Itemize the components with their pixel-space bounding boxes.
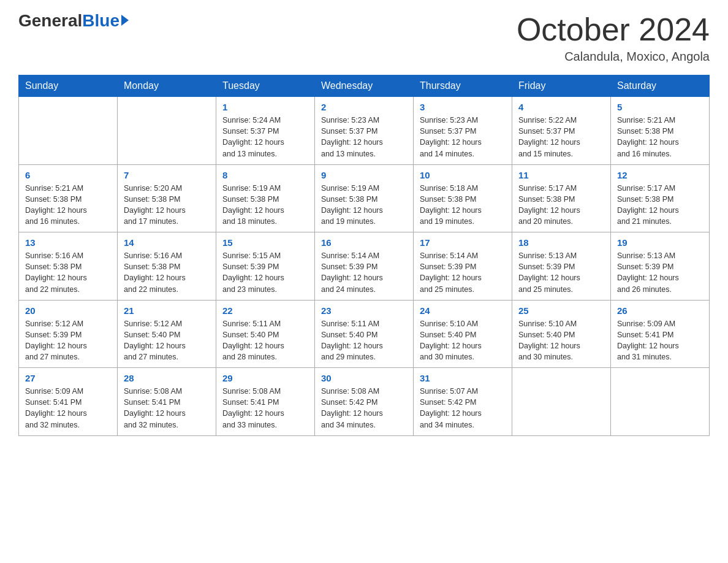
day-number: 7 bbox=[124, 170, 210, 180]
day-info: Sunrise: 5:20 AMSunset: 5:38 PMDaylight:… bbox=[124, 183, 210, 228]
day-info: Sunrise: 5:23 AMSunset: 5:37 PMDaylight:… bbox=[321, 115, 407, 159]
day-info: Sunrise: 5:23 AMSunset: 5:37 PMDaylight:… bbox=[420, 115, 506, 159]
calendar-cell: 8Sunrise: 5:19 AMSunset: 5:38 PMDaylight… bbox=[216, 164, 315, 232]
calendar-week-5: 27Sunrise: 5:09 AMSunset: 5:41 PMDayligh… bbox=[19, 368, 710, 436]
calendar-table: SundayMondayTuesdayWednesdayThursdayFrid… bbox=[18, 75, 710, 436]
day-number: 15 bbox=[222, 237, 308, 248]
day-number: 31 bbox=[420, 373, 506, 383]
header-row: SundayMondayTuesdayWednesdayThursdayFrid… bbox=[19, 75, 710, 97]
day-number: 14 bbox=[124, 237, 210, 248]
day-number: 3 bbox=[420, 102, 506, 112]
day-number: 30 bbox=[321, 373, 407, 383]
calendar-cell bbox=[611, 368, 710, 436]
day-info: Sunrise: 5:16 AMSunset: 5:38 PMDaylight:… bbox=[124, 250, 210, 295]
day-info: Sunrise: 5:12 AMSunset: 5:40 PMDaylight:… bbox=[124, 318, 210, 363]
day-info: Sunrise: 5:17 AMSunset: 5:38 PMDaylight:… bbox=[617, 183, 703, 228]
calendar-cell: 11Sunrise: 5:17 AMSunset: 5:38 PMDayligh… bbox=[512, 164, 611, 232]
calendar-cell: 6Sunrise: 5:21 AMSunset: 5:38 PMDaylight… bbox=[19, 164, 118, 232]
day-info: Sunrise: 5:13 AMSunset: 5:39 PMDaylight:… bbox=[617, 250, 703, 295]
calendar-cell: 30Sunrise: 5:08 AMSunset: 5:42 PMDayligh… bbox=[315, 368, 414, 436]
logo-blue-text: Blue bbox=[82, 12, 119, 29]
header-cell-friday: Friday bbox=[512, 75, 611, 97]
calendar-cell: 20Sunrise: 5:12 AMSunset: 5:39 PMDayligh… bbox=[19, 300, 118, 368]
day-number: 13 bbox=[25, 237, 111, 248]
title-area: October 2024 Calandula, Moxico, Angola bbox=[517, 12, 710, 64]
day-number: 1 bbox=[222, 102, 308, 112]
day-number: 2 bbox=[321, 102, 407, 112]
header-cell-wednesday: Wednesday bbox=[315, 75, 414, 97]
calendar-week-4: 20Sunrise: 5:12 AMSunset: 5:39 PMDayligh… bbox=[19, 300, 710, 368]
logo-blue-container: Blue bbox=[82, 12, 129, 29]
day-number: 4 bbox=[518, 102, 604, 112]
day-info: Sunrise: 5:13 AMSunset: 5:39 PMDaylight:… bbox=[518, 250, 604, 295]
calendar-cell: 22Sunrise: 5:11 AMSunset: 5:40 PMDayligh… bbox=[216, 300, 315, 368]
calendar-cell: 9Sunrise: 5:19 AMSunset: 5:38 PMDaylight… bbox=[315, 164, 414, 232]
calendar-header: SundayMondayTuesdayWednesdayThursdayFrid… bbox=[19, 75, 710, 97]
day-number: 21 bbox=[124, 305, 210, 316]
day-info: Sunrise: 5:12 AMSunset: 5:39 PMDaylight:… bbox=[25, 318, 111, 363]
calendar-cell: 14Sunrise: 5:16 AMSunset: 5:38 PMDayligh… bbox=[118, 232, 216, 301]
day-info: Sunrise: 5:14 AMSunset: 5:39 PMDaylight:… bbox=[420, 250, 506, 295]
calendar-cell: 4Sunrise: 5:22 AMSunset: 5:37 PMDaylight… bbox=[512, 97, 611, 165]
day-number: 10 bbox=[420, 170, 506, 180]
day-number: 17 bbox=[420, 237, 506, 248]
calendar-cell: 19Sunrise: 5:13 AMSunset: 5:39 PMDayligh… bbox=[611, 232, 710, 301]
calendar-cell: 31Sunrise: 5:07 AMSunset: 5:42 PMDayligh… bbox=[414, 368, 512, 436]
day-info: Sunrise: 5:22 AMSunset: 5:37 PMDaylight:… bbox=[518, 115, 604, 159]
calendar-cell bbox=[512, 368, 611, 436]
calendar-week-3: 13Sunrise: 5:16 AMSunset: 5:38 PMDayligh… bbox=[19, 232, 710, 301]
calendar-cell: 24Sunrise: 5:10 AMSunset: 5:40 PMDayligh… bbox=[414, 300, 512, 368]
day-info: Sunrise: 5:10 AMSunset: 5:40 PMDaylight:… bbox=[420, 318, 506, 363]
calendar-cell: 23Sunrise: 5:11 AMSunset: 5:40 PMDayligh… bbox=[315, 300, 414, 368]
calendar-cell bbox=[118, 97, 216, 165]
main-title: October 2024 bbox=[517, 12, 710, 47]
day-info: Sunrise: 5:18 AMSunset: 5:38 PMDaylight:… bbox=[420, 183, 506, 228]
calendar-body: 1Sunrise: 5:24 AMSunset: 5:37 PMDaylight… bbox=[19, 97, 710, 436]
day-number: 22 bbox=[222, 305, 308, 316]
day-number: 25 bbox=[518, 305, 604, 316]
day-info: Sunrise: 5:11 AMSunset: 5:40 PMDaylight:… bbox=[321, 318, 407, 363]
day-number: 6 bbox=[25, 170, 111, 180]
calendar-cell: 15Sunrise: 5:15 AMSunset: 5:39 PMDayligh… bbox=[216, 232, 315, 301]
day-number: 12 bbox=[617, 170, 703, 180]
header-cell-tuesday: Tuesday bbox=[216, 75, 315, 97]
calendar-cell: 13Sunrise: 5:16 AMSunset: 5:38 PMDayligh… bbox=[19, 232, 118, 301]
day-number: 24 bbox=[420, 305, 506, 316]
day-number: 23 bbox=[321, 305, 407, 316]
calendar-cell: 28Sunrise: 5:08 AMSunset: 5:41 PMDayligh… bbox=[118, 368, 216, 436]
header-cell-thursday: Thursday bbox=[414, 75, 512, 97]
logo-arrow-icon bbox=[121, 15, 129, 26]
calendar-week-1: 1Sunrise: 5:24 AMSunset: 5:37 PMDaylight… bbox=[19, 97, 710, 165]
day-info: Sunrise: 5:15 AMSunset: 5:39 PMDaylight:… bbox=[222, 250, 308, 295]
page-header: General Blue October 2024 Calandula, Mox… bbox=[18, 12, 710, 64]
calendar-cell: 10Sunrise: 5:18 AMSunset: 5:38 PMDayligh… bbox=[414, 164, 512, 232]
day-number: 16 bbox=[321, 237, 407, 248]
day-info: Sunrise: 5:11 AMSunset: 5:40 PMDaylight:… bbox=[222, 318, 308, 363]
day-number: 20 bbox=[25, 305, 111, 316]
header-cell-sunday: Sunday bbox=[19, 75, 118, 97]
calendar-cell: 26Sunrise: 5:09 AMSunset: 5:41 PMDayligh… bbox=[611, 300, 710, 368]
day-info: Sunrise: 5:08 AMSunset: 5:41 PMDaylight:… bbox=[124, 386, 210, 431]
subtitle: Calandula, Moxico, Angola bbox=[517, 50, 710, 64]
day-number: 18 bbox=[518, 237, 604, 248]
day-number: 5 bbox=[617, 102, 703, 112]
calendar-week-2: 6Sunrise: 5:21 AMSunset: 5:38 PMDaylight… bbox=[19, 164, 710, 232]
day-number: 27 bbox=[25, 373, 111, 383]
day-info: Sunrise: 5:08 AMSunset: 5:41 PMDaylight:… bbox=[222, 386, 308, 431]
calendar-cell bbox=[19, 97, 118, 165]
calendar-cell: 7Sunrise: 5:20 AMSunset: 5:38 PMDaylight… bbox=[118, 164, 216, 232]
day-info: Sunrise: 5:19 AMSunset: 5:38 PMDaylight:… bbox=[222, 183, 308, 228]
calendar-cell: 21Sunrise: 5:12 AMSunset: 5:40 PMDayligh… bbox=[118, 300, 216, 368]
day-info: Sunrise: 5:17 AMSunset: 5:38 PMDaylight:… bbox=[518, 183, 604, 228]
calendar-cell: 27Sunrise: 5:09 AMSunset: 5:41 PMDayligh… bbox=[19, 368, 118, 436]
calendar-cell: 1Sunrise: 5:24 AMSunset: 5:37 PMDaylight… bbox=[216, 97, 315, 165]
day-info: Sunrise: 5:10 AMSunset: 5:40 PMDaylight:… bbox=[518, 318, 604, 363]
day-number: 8 bbox=[222, 170, 308, 180]
logo-general-text: General bbox=[18, 12, 82, 29]
day-info: Sunrise: 5:08 AMSunset: 5:42 PMDaylight:… bbox=[321, 386, 407, 431]
header-cell-saturday: Saturday bbox=[611, 75, 710, 97]
calendar-cell: 12Sunrise: 5:17 AMSunset: 5:38 PMDayligh… bbox=[611, 164, 710, 232]
day-number: 28 bbox=[124, 373, 210, 383]
day-number: 29 bbox=[222, 373, 308, 383]
day-info: Sunrise: 5:14 AMSunset: 5:39 PMDaylight:… bbox=[321, 250, 407, 295]
